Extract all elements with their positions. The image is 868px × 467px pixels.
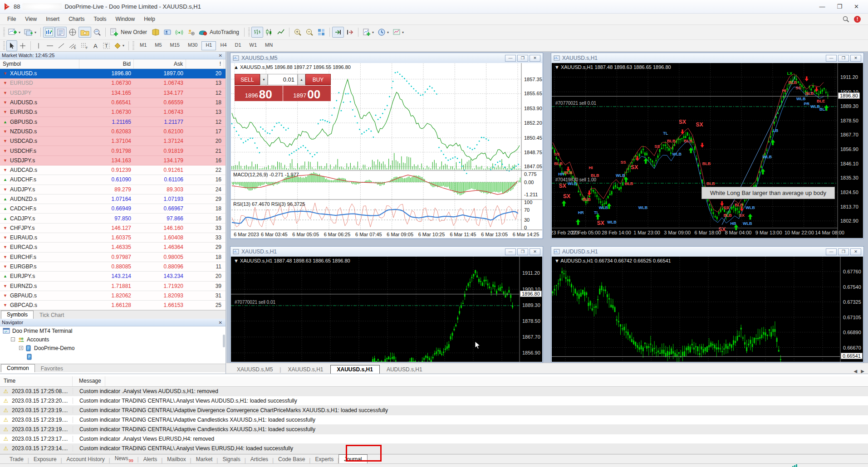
journal-row[interactable]: ⚠2023.03.15 17:23:19....Custom indicator… <box>0 425 868 434</box>
zoom-out-button[interactable] <box>304 27 315 38</box>
column-header-ask[interactable]: Ask <box>134 59 186 68</box>
market-watch-row[interactable]: ▲AUDCHF.s0.610900.6110616 <box>0 175 226 185</box>
terminal-tab-articles[interactable]: Articles| <box>245 455 273 463</box>
market-watch-row[interactable]: ▼NZDUSD.s0.620830.6210017 <box>0 127 226 136</box>
column-header-time[interactable]: Time <box>0 376 73 386</box>
market-watch-row[interactable]: ▼USDJPY.s134.163134.17916 <box>0 156 226 165</box>
navigator-scrollbar[interactable] <box>223 335 225 347</box>
timeframe-button-m1[interactable]: M1 <box>136 41 151 50</box>
chart-window-xauusd-s-m5[interactable]: XAUUSD.s,M5—❐✕▲ XAUUSD.s,M5 1896.88 1897… <box>230 53 543 239</box>
buy-button[interactable]: BUY <box>305 74 331 85</box>
crosshair-button[interactable] <box>17 40 28 51</box>
chart-canvas[interactable]: #70770021 sell 0.01▼ XAUUSD.s,H1 1887.48… <box>231 257 542 362</box>
zoom-in-button[interactable] <box>292 27 304 38</box>
periods-button[interactable]: ▾ <box>376 27 391 38</box>
market-watch-row[interactable]: ▼AUDUSD.s0.665410.6655918 <box>0 98 226 107</box>
dropdown-arrow-icon[interactable]: ▾ <box>402 30 404 34</box>
terminal-tab-code-base[interactable]: Code Base| <box>273 455 310 463</box>
market-watch-row[interactable]: ▼EURGBP.s0.880850.8809611 <box>0 262 226 272</box>
templates-button[interactable]: ▾ <box>391 27 406 38</box>
signal-button[interactable] <box>173 27 185 38</box>
journal-row[interactable]: ⚠2023.03.15 17:23:14....Custom indicator… <box>0 444 868 453</box>
journal-row[interactable]: ⚠2023.03.15 17:23:19....Custom indicator… <box>0 415 868 425</box>
market-watch-row[interactable]: ▲CADJPY.s97.85097.86616 <box>0 214 226 223</box>
chart-minimize-button[interactable]: — <box>826 55 837 62</box>
chart-window-title-bar[interactable]: XAUUSD.s,M5—❐✕ <box>230 53 543 63</box>
close-button[interactable]: ✕ <box>854 3 859 10</box>
terminal-tab-trade[interactable]: Trade| <box>5 455 29 463</box>
chart-window-audusd-s-h1[interactable]: AUDUSD.s,H1—❐✕▼ AUDUSD.s,H1 0.66734 0.66… <box>551 246 864 363</box>
chart-window-title-bar[interactable]: XAUUSD.s,H1—❐✕ <box>551 53 863 63</box>
market-watch-row[interactable]: ▼EURUSD1.067301.0674313 <box>0 78 226 88</box>
chart-tab-3[interactable]: AUDUSD.s,H1 <box>380 365 429 374</box>
terminal-tab-market[interactable]: Market| <box>191 455 218 463</box>
chart-close-button[interactable]: ✕ <box>850 55 861 62</box>
market-watch-row[interactable]: ▼USDJPY134.165134.17712 <box>0 88 226 98</box>
market-watch-row[interactable]: ▼GBPCAD.s1.661281.6615325 <box>0 301 226 310</box>
tile-windows-button[interactable] <box>315 27 327 38</box>
volume-input[interactable]: 0.01 <box>268 74 298 85</box>
menu-item-file[interactable]: File <box>3 15 20 24</box>
terminal-tab-journal[interactable]: Journal <box>338 454 367 464</box>
market-watch-row[interactable]: ▲AUDNZD.s1.071641.0719329 <box>0 195 226 204</box>
navigator-item[interactable] <box>0 352 226 361</box>
menu-item-window[interactable]: Window <box>111 15 140 24</box>
chart-close-button[interactable]: ✕ <box>530 55 540 62</box>
market-watch-row[interactable]: ▲GBPUSD.s1.211651.2117712 <box>0 117 226 126</box>
column-header-symbol[interactable]: Symbol <box>0 59 79 68</box>
navigator-tab-common[interactable]: Common <box>1 364 35 372</box>
column-header-bid[interactable]: Bid <box>79 59 134 68</box>
tree-toggle-icon[interactable]: - <box>11 337 15 341</box>
chart-window-title-bar[interactable]: AUDUSD.s,H1—❐✕ <box>551 247 863 257</box>
market-watch-row[interactable]: ▼EURCHF.s0.979870.9800518 <box>0 253 226 262</box>
navigator-button[interactable] <box>67 27 78 38</box>
market-watch-button[interactable] <box>43 27 55 38</box>
metaeditor-button[interactable] <box>150 27 162 38</box>
sell-button[interactable]: SELL <box>235 74 260 85</box>
navigator-close-icon[interactable]: ✕ <box>217 320 224 325</box>
chart-restore-button[interactable]: ❐ <box>838 55 849 62</box>
sell-price-display[interactable]: 189680 <box>235 86 283 101</box>
timeframe-button-w1[interactable]: W1 <box>245 41 261 50</box>
market-watch-row[interactable]: ▼EURUSD.s1.067301.0674313 <box>0 107 226 117</box>
market-watch-row[interactable]: ▼EURNZD.s1.718811.7192039 <box>0 282 226 291</box>
chart-tab-2[interactable]: XAUUSD.s,H1 <box>330 365 380 374</box>
chart-restore-button[interactable]: ❐ <box>838 248 849 255</box>
text-button[interactable]: A <box>90 40 101 51</box>
journal-row[interactable]: ⚠2023.03.15 17:23:19....Custom indicator… <box>0 406 868 415</box>
chart-close-button[interactable]: ✕ <box>850 248 861 255</box>
chart-restore-button[interactable]: ❐ <box>517 55 528 62</box>
auto-scroll-button[interactable] <box>332 27 344 38</box>
navigator-item-doo-prime-mt4-terminal[interactable]: Doo Prime MT4 Terminal <box>0 326 226 335</box>
chart-restore-button[interactable]: ❐ <box>517 248 528 255</box>
horizontal-line-button[interactable] <box>44 40 56 51</box>
script-button[interactable] <box>162 27 173 38</box>
fibonacci-button[interactable]: F <box>78 40 90 51</box>
market-watch-tab-symbols[interactable]: Symbols <box>1 311 34 319</box>
terminal-tab-mailbox[interactable]: Mailbox| <box>162 455 191 463</box>
timeframe-button-m15[interactable]: M15 <box>166 41 184 50</box>
volume-down-button[interactable]: ▼ <box>260 74 268 85</box>
scroll-left-icon[interactable]: ◀ <box>854 369 858 374</box>
candle-chart-button[interactable] <box>263 27 275 38</box>
menu-item-help[interactable]: Help <box>139 15 160 24</box>
search-chart-button[interactable] <box>91 27 103 38</box>
journal-row[interactable]: ⚠2023.03.15 17:23:17....Custom indicator… <box>0 434 868 444</box>
chart-tab-1[interactable]: XAUUSD.s,H1 <box>281 365 330 374</box>
market-watch-row[interactable]: ▲EURJPY.s143.214143.23420 <box>0 272 226 281</box>
navigator-item-accounts[interactable]: -Accounts <box>0 335 226 344</box>
navigator-item-dooprime-demo[interactable]: +DooPrime-Demo <box>0 344 226 352</box>
terminal-tab-news[interactable]: News99| <box>110 454 138 463</box>
market-watch-row[interactable]: ▼EURCAD.s1.463351.4636429 <box>0 243 226 252</box>
menu-item-charts[interactable]: Charts <box>64 15 89 24</box>
timeframe-button-d1[interactable]: D1 <box>231 41 245 50</box>
chart-window-xauusd-s-h1[interactable]: XAUUSD.s,H1—❐✕SSBLBSXHRBLBSXWLBHRBLBHIBL… <box>551 53 864 239</box>
dropdown-arrow-icon[interactable]: ▾ <box>387 30 389 34</box>
bar-chart-button[interactable] <box>251 27 263 38</box>
timeframe-button-m30[interactable]: M30 <box>184 41 201 50</box>
timeframe-button-mn[interactable]: MN <box>261 41 277 50</box>
chart-minimize-button[interactable]: — <box>505 248 516 255</box>
market-watch-row[interactable]: ▼USDCHF.s0.917980.9181921 <box>0 146 226 156</box>
expert-settings-button[interactable] <box>185 27 197 38</box>
market-watch-row[interactable]: ▼AUDCAD.s0.912390.9126122 <box>0 165 226 175</box>
